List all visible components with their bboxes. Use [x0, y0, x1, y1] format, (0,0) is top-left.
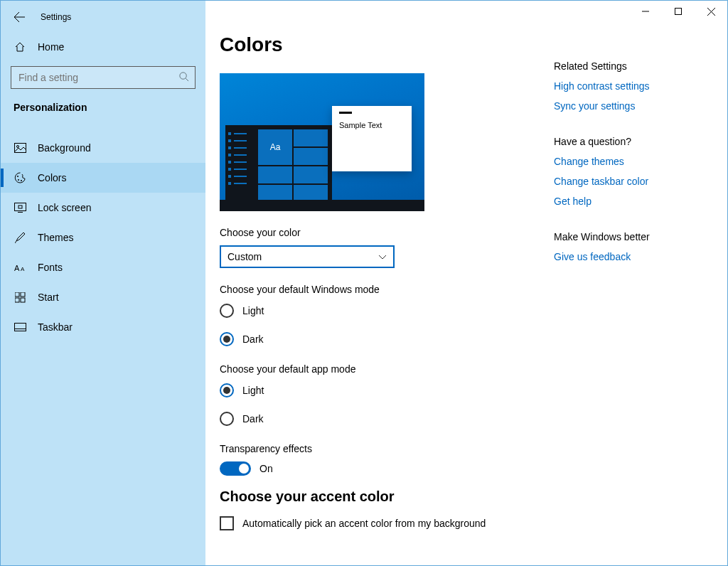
radio-icon [220, 332, 234, 346]
titlebar-left: Settings [1, 1, 205, 33]
theme-preview: Aa Sample Text [220, 73, 424, 211]
rail-better-title: Make Windows better [554, 231, 710, 242]
rail-link-get-help[interactable]: Get help [554, 196, 710, 207]
radio-icon [220, 412, 234, 426]
checkbox-icon [220, 516, 234, 530]
svg-rect-19 [21, 298, 25, 302]
radio-icon [220, 304, 234, 318]
transparency-toggle[interactable] [220, 461, 251, 476]
sidebar-item-colors[interactable]: Colors [1, 163, 205, 193]
radio-label: Light [242, 305, 264, 316]
app-mode-dark[interactable]: Dark [220, 410, 554, 427]
app-mode-light[interactable]: Light [220, 382, 554, 399]
paintbrush-icon [14, 231, 26, 244]
accent-auto-row[interactable]: Automatically pick an accent color from … [220, 516, 554, 530]
main: Colors Aa [205, 1, 727, 565]
sidebar-item-themes[interactable]: Themes [1, 223, 205, 252]
close-button[interactable] [695, 1, 727, 22]
svg-point-4 [180, 72, 186, 78]
back-button[interactable] [12, 10, 26, 24]
rail-link-feedback[interactable]: Give us feedback [554, 251, 710, 262]
app-title: Settings [41, 12, 71, 22]
search-input[interactable] [18, 72, 168, 83]
windows-mode-label: Choose your default Windows mode [220, 284, 554, 295]
svg-point-8 [17, 176, 18, 177]
sidebar-item-lockscreen[interactable]: Lock screen [1, 193, 205, 223]
radio-label: Dark [242, 333, 264, 345]
svg-rect-17 [21, 292, 25, 297]
rail-link-sync-settings[interactable]: Sync your settings [554, 100, 710, 112]
checkbox-label: Automatically pick an accent color from … [242, 518, 486, 529]
toggle-state-label: On [259, 463, 273, 474]
app-mode-label: Choose your default app mode [220, 363, 554, 375]
minimize-button[interactable] [629, 1, 662, 22]
svg-rect-13 [18, 205, 22, 208]
sidebar-category: Personalization [1, 92, 205, 120]
choose-color-dropdown[interactable]: Custom [220, 245, 395, 268]
lockscreen-icon [14, 201, 26, 214]
radio-icon [220, 383, 234, 397]
page-title: Colors [220, 33, 554, 56]
svg-rect-1 [675, 9, 682, 15]
svg-point-9 [18, 179, 19, 181]
choose-color-label: Choose your color [220, 227, 554, 238]
sidebar-item-label: Taskbar [38, 321, 73, 333]
preview-window: Sample Text [332, 106, 412, 171]
taskbar-icon [14, 321, 26, 333]
rail-link-change-taskbar-color[interactable]: Change taskbar color [554, 176, 710, 187]
search-wrap [11, 66, 196, 89]
preview-sample-text: Sample Text [339, 121, 382, 129]
svg-rect-18 [15, 298, 19, 302]
sidebar-item-fonts[interactable]: AA Fonts [1, 252, 205, 282]
svg-rect-16 [15, 292, 19, 297]
sidebar-item-label: Fonts [38, 262, 63, 273]
maximize-button[interactable] [662, 1, 695, 22]
preview-tile-aa: Aa [258, 129, 292, 165]
rail-link-high-contrast[interactable]: High contrast settings [554, 80, 710, 92]
sidebar-list: Background Colors Lock screen Themes AA … [1, 133, 205, 342]
accent-heading: Choose your accent color [220, 488, 554, 505]
search-input-wrap[interactable] [11, 66, 196, 89]
radio-label: Dark [242, 413, 264, 424]
svg-point-10 [21, 180, 22, 181]
settings-window: Settings Home Personalization Background [0, 0, 728, 566]
rail-question-title: Have a question? [554, 136, 710, 147]
svg-point-7 [16, 146, 18, 148]
font-icon: AA [14, 261, 26, 274]
home-label: Home [38, 41, 64, 53]
svg-rect-11 [14, 203, 26, 211]
svg-rect-20 [14, 324, 26, 331]
right-rail: Related Settings High contrast settings … [554, 1, 710, 565]
sidebar-item-home[interactable]: Home [1, 33, 205, 60]
sidebar-item-label: Themes [38, 232, 74, 243]
sidebar-item-start[interactable]: Start [1, 282, 205, 312]
svg-rect-12 [18, 212, 23, 213]
svg-line-5 [186, 78, 188, 81]
sidebar-item-label: Colors [38, 172, 66, 183]
sidebar-item-taskbar[interactable]: Taskbar [1, 312, 205, 342]
dropdown-value: Custom [228, 251, 262, 262]
preview-start-menu: Aa [225, 125, 332, 200]
rail-link-change-themes[interactable]: Change themes [554, 156, 710, 167]
transparency-label: Transparency effects [220, 443, 554, 454]
window-controls [629, 1, 727, 22]
sidebar: Settings Home Personalization Background [1, 1, 205, 565]
sidebar-item-background[interactable]: Background [1, 133, 205, 163]
svg-text:A: A [21, 266, 25, 272]
svg-text:A: A [14, 264, 20, 272]
search-icon [178, 71, 189, 85]
chevron-down-icon [378, 251, 387, 262]
content: Colors Aa [205, 1, 554, 565]
windows-mode-light[interactable]: Light [220, 302, 554, 319]
radio-label: Light [242, 385, 264, 396]
transparency-toggle-row: On [220, 461, 554, 476]
rail-related-title: Related Settings [554, 60, 710, 72]
palette-icon [14, 171, 26, 184]
picture-icon [14, 142, 26, 154]
preview-taskbar [220, 200, 424, 211]
sidebar-item-label: Background [38, 142, 91, 154]
sidebar-item-label: Lock screen [38, 202, 91, 213]
home-icon [14, 41, 26, 53]
start-grid-icon [14, 291, 26, 304]
windows-mode-dark[interactable]: Dark [220, 331, 554, 348]
